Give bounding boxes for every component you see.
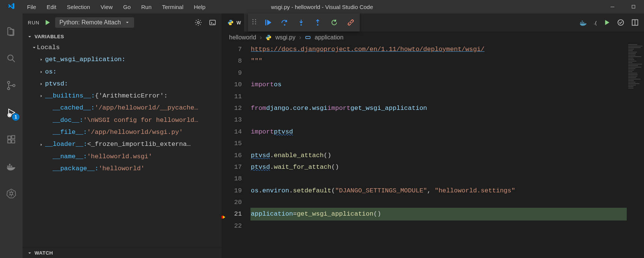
variable-symbol-icon bbox=[305, 34, 311, 40]
menu-view[interactable]: View bbox=[96, 2, 117, 12]
code-line[interactable]: """ bbox=[251, 55, 644, 67]
code-line[interactable]: os.environ.setdefault("DJANGO_SETTINGS_M… bbox=[251, 185, 644, 196]
code-line[interactable]: application = get_wsgi_application() bbox=[251, 208, 644, 220]
restart-button[interactable] bbox=[329, 17, 339, 28]
app-icon bbox=[0, 2, 23, 12]
debug-console-icon[interactable] bbox=[209, 19, 216, 26]
breadcrumb-file[interactable]: wsgi.py bbox=[275, 34, 295, 41]
minimize-button[interactable] bbox=[602, 0, 623, 14]
svg-rect-10 bbox=[12, 140, 15, 143]
activity-bar: 1 bbox=[0, 14, 23, 258]
menu-terminal[interactable]: Terminal bbox=[158, 2, 188, 12]
coverage-icon[interactable] bbox=[617, 19, 624, 26]
variables-label: VARIABLES bbox=[35, 34, 64, 39]
code-line[interactable] bbox=[251, 138, 644, 149]
minimap[interactable] bbox=[627, 44, 644, 258]
code-line[interactable] bbox=[251, 173, 644, 184]
svg-point-6 bbox=[13, 84, 15, 87]
code-editor[interactable]: 78910111213141516171819202122 https://do… bbox=[222, 44, 644, 258]
line-gutter[interactable]: 78910111213141516171819202122 bbox=[222, 44, 251, 258]
svg-point-21 bbox=[255, 19, 256, 20]
variable-row[interactable]: __name__: 'helloworld.wsgi' bbox=[23, 151, 222, 163]
continue-button[interactable] bbox=[263, 17, 273, 28]
variable-row[interactable]: ptvsd: bbox=[23, 78, 222, 90]
code-line[interactable] bbox=[251, 67, 644, 79]
drag-grip-icon[interactable] bbox=[252, 18, 257, 27]
kubernetes-icon[interactable] bbox=[1, 183, 22, 204]
code-line[interactable] bbox=[251, 220, 644, 232]
explorer-icon[interactable] bbox=[1, 21, 22, 42]
svg-point-22 bbox=[252, 21, 253, 22]
menu-edit[interactable]: Edit bbox=[42, 2, 61, 12]
step-over-button[interactable] bbox=[279, 17, 290, 28]
code-line[interactable]: ptvsd.enable_attach() bbox=[251, 150, 644, 161]
watch-label: WATCH bbox=[35, 250, 53, 256]
variable-row[interactable]: os: bbox=[23, 66, 222, 78]
maximize-button[interactable] bbox=[623, 0, 644, 14]
docker-status-icon[interactable] bbox=[579, 19, 587, 26]
svg-point-4 bbox=[8, 81, 10, 84]
breadcrumb[interactable]: helloworld › wsgi.py › application bbox=[222, 32, 644, 44]
variables-body: Locals get_wsgi_application: os: ptvsd: … bbox=[23, 42, 222, 248]
code-line[interactable] bbox=[251, 114, 644, 126]
variables-section-header[interactable]: VARIABLES bbox=[23, 32, 222, 42]
breadcrumb-symbol[interactable]: application bbox=[315, 34, 344, 41]
menu-help[interactable]: Help bbox=[189, 2, 210, 12]
svg-point-25 bbox=[255, 23, 256, 24]
variable-row[interactable]: __loader__: <_frozen_importlib_externa… bbox=[23, 138, 222, 150]
code-line[interactable]: from django.core.wsgi import get_wsgi_ap… bbox=[251, 102, 644, 114]
split-editor-button[interactable] bbox=[631, 19, 639, 26]
variable-row[interactable]: __doc__: '\nWSGI config for helloworld… bbox=[23, 114, 222, 126]
open-changes-icon[interactable]: .( bbox=[594, 20, 597, 26]
variable-row[interactable]: __cached__: '/app/helloworld/__pycache… bbox=[23, 102, 222, 114]
title-bar: FileEditSelectionViewGoRunTerminalHelp w… bbox=[0, 0, 644, 14]
run-file-button[interactable] bbox=[603, 19, 610, 26]
run-debug-icon[interactable]: 1 bbox=[1, 102, 22, 123]
disconnect-button[interactable] bbox=[345, 17, 356, 28]
tab-label: w bbox=[237, 19, 241, 26]
code-line[interactable]: https://docs.djangoproject.com/en/1.11/h… bbox=[251, 44, 644, 55]
code-line[interactable]: import ptvsd bbox=[251, 126, 644, 138]
code-lines[interactable]: https://docs.djangoproject.com/en/1.11/h… bbox=[251, 44, 644, 258]
code-line[interactable]: ptvsd.wait_for_attach() bbox=[251, 161, 644, 173]
settings-gear-icon[interactable] bbox=[195, 19, 202, 26]
svg-rect-31 bbox=[582, 22, 583, 23]
debug-config-dropdown[interactable]: Python: Remote Attach bbox=[55, 17, 134, 28]
svg-rect-11 bbox=[12, 136, 15, 139]
menu-run[interactable]: Run bbox=[137, 2, 156, 12]
debug-toolbar[interactable] bbox=[248, 14, 360, 32]
variable-row[interactable]: __file__: '/app/helloworld/wsgi.py' bbox=[23, 126, 222, 138]
svg-line-3 bbox=[12, 60, 15, 62]
svg-rect-19 bbox=[210, 20, 216, 25]
step-into-button[interactable] bbox=[296, 17, 306, 28]
watch-section-header[interactable]: WATCH bbox=[23, 248, 222, 258]
variable-row[interactable]: __package__: 'helloworld' bbox=[23, 163, 222, 175]
variable-row[interactable]: get_wsgi_application: bbox=[23, 54, 222, 66]
menu-selection[interactable]: Selection bbox=[62, 2, 95, 12]
debug-config-label: Python: Remote Attach bbox=[59, 19, 121, 26]
editor-area: wsettings.pyurls.py .( helloworld › bbox=[222, 14, 644, 258]
source-control-icon[interactable] bbox=[1, 75, 22, 96]
svg-point-5 bbox=[8, 87, 10, 90]
activity-badge: 1 bbox=[12, 113, 20, 121]
menu-file[interactable]: File bbox=[23, 2, 41, 12]
extensions-icon[interactable] bbox=[1, 129, 22, 150]
code-line[interactable] bbox=[251, 91, 644, 102]
menu-go[interactable]: Go bbox=[119, 2, 135, 12]
code-line[interactable] bbox=[251, 196, 644, 208]
step-out-button[interactable] bbox=[312, 17, 323, 28]
svg-point-24 bbox=[252, 23, 253, 24]
svg-rect-32 bbox=[582, 21, 583, 22]
variable-row[interactable]: __builtins__: {'ArithmeticError': bbox=[23, 90, 222, 102]
docker-icon[interactable] bbox=[1, 156, 22, 177]
svg-rect-8 bbox=[8, 136, 11, 139]
breadcrumb-folder[interactable]: helloworld bbox=[229, 34, 256, 41]
locals-scope[interactable]: Locals bbox=[23, 42, 222, 54]
start-debug-button[interactable] bbox=[44, 19, 51, 26]
search-icon[interactable] bbox=[1, 48, 22, 69]
svg-point-20 bbox=[252, 19, 253, 20]
tab-w[interactable]: w bbox=[222, 14, 244, 32]
run-label: RUN bbox=[28, 20, 39, 26]
svg-rect-26 bbox=[265, 20, 267, 26]
code-line[interactable]: import os bbox=[251, 79, 644, 90]
